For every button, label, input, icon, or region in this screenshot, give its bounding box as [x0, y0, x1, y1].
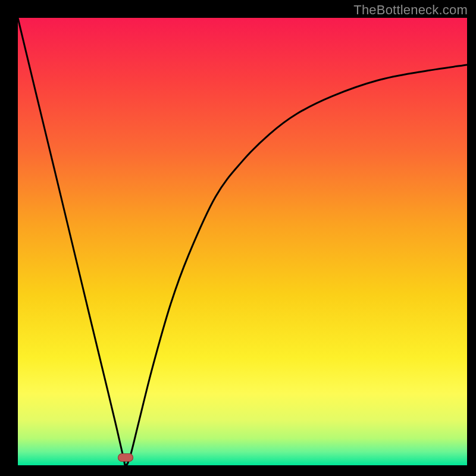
- bottleneck-curve-path: [18, 18, 467, 465]
- watermark-label: TheBottleneck.com: [353, 2, 468, 18]
- optimal-point-marker: [118, 453, 133, 462]
- bottleneck-curve: [18, 18, 467, 465]
- plot-area: [18, 18, 467, 465]
- chart-stage: TheBottleneck.com: [0, 0, 476, 476]
